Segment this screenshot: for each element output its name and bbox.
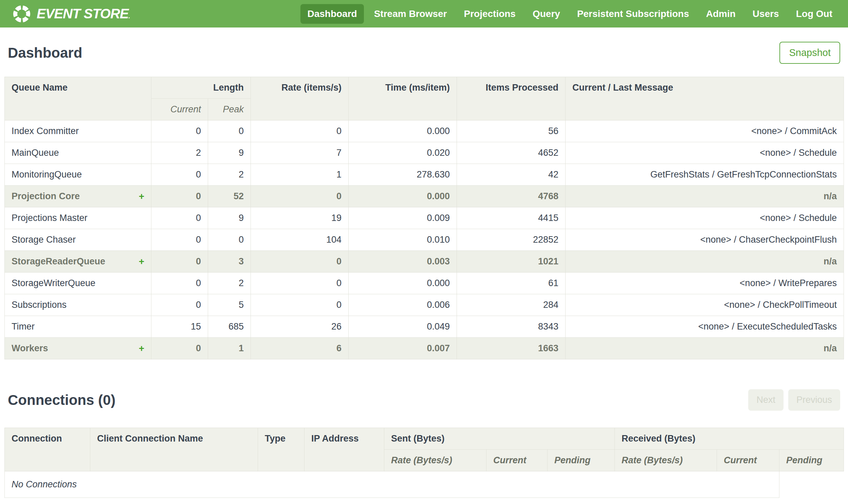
queue-name-cell: Timer [5,316,151,338]
queue-rate-cell: 7 [251,142,349,164]
queue-name-cell: Workers [12,343,48,354]
col-header-items-processed: Items Processed [457,77,565,121]
col-header-length-current: Current [151,99,208,121]
queue-rate-cell: 0 [251,186,349,208]
queue-time-cell: 0.020 [349,142,457,164]
col-header-ip-address: IP Address [305,428,384,471]
nav-item-projections[interactable]: Projections [457,4,522,24]
nav-item-persistent-subscriptions[interactable]: Persistent Subscriptions [570,4,696,24]
queue-row-timer: Timer 15 685 26 0.049 8343 <none> / Exec… [5,316,844,338]
queue-name-cell: Subscriptions [5,294,151,316]
queue-current-cell: 15 [151,316,208,338]
col-header-sent-current: Current [486,450,547,471]
col-header-message: Current / Last Message [565,77,844,121]
queue-rate-cell: 104 [251,229,349,251]
queue-items-cell: 8343 [457,316,565,338]
snapshot-button[interactable]: Snapshot [779,42,840,64]
col-header-type: Type [258,428,305,471]
nav-menu: Dashboard Stream Browser Projections Que… [301,4,839,24]
previous-button[interactable]: Previous [788,389,840,411]
queue-row-index-committer: Index Committer 0 0 0 0.000 56 <none> / … [5,121,844,142]
queue-group-row-workers[interactable]: Workers+ 0 1 6 0.007 1663 n/a [5,338,844,359]
queue-current-cell: 0 [151,121,208,142]
queue-current-cell: 0 [151,164,208,186]
queue-peak-cell: 0 [208,229,251,251]
queue-message-cell: n/a [565,338,844,359]
col-header-received-rate: Rate (Bytes/s) [615,450,717,471]
queue-name-cell: Storage Chaser [5,229,151,251]
queue-peak-cell: 1 [208,338,251,359]
connections-pager: Next Previous [748,389,840,411]
queue-message-cell: <none> / CheckPollTimeout [565,294,844,316]
queue-time-cell: 0.007 [349,338,457,359]
queue-rate-cell: 1 [251,164,349,186]
no-connections-row: No Connections [5,471,844,498]
nav-item-log-out[interactable]: Log Out [789,4,839,24]
queue-message-cell: n/a [565,251,844,272]
queue-message-cell: <none> / ExecuteScheduledTasks [565,316,844,338]
queue-items-cell: 1021 [457,251,565,272]
nav-item-users[interactable]: Users [746,4,786,24]
queue-name-cell: Projection Core [12,191,80,202]
queue-name-cell: Index Committer [5,121,151,142]
col-header-length: Length [151,77,251,99]
queue-time-cell: 0.010 [349,229,457,251]
queue-peak-cell: 9 [208,142,251,164]
queue-items-cell: 56 [457,121,565,142]
nav-item-query[interactable]: Query [526,4,567,24]
queue-time-cell: 0.000 [349,272,457,294]
queue-group-row-storagereaderqueue[interactable]: StorageReaderQueue+ 0 3 0 0.003 1021 n/a [5,251,844,272]
queue-rate-cell: 0 [251,294,349,316]
expand-icon[interactable]: + [139,343,144,354]
expand-icon[interactable]: + [139,256,144,267]
queue-rate-cell: 0 [251,121,349,142]
queue-current-cell: 0 [151,294,208,316]
col-header-time: Time (ms/item) [349,77,457,121]
queue-message-cell: n/a [565,186,844,208]
connections-title: Connections (0) [8,392,115,408]
queue-row-subscriptions: Subscriptions 0 5 0 0.006 284 <none> / C… [5,294,844,316]
queue-peak-cell: 9 [208,208,251,229]
queues-table: Queue Name Length Rate (items/s) Time (m… [4,77,844,359]
col-header-received-bytes: Received (Bytes) [615,428,844,450]
queue-row-storagewriterqueue: StorageWriterQueue 0 2 0 0.000 61 <none>… [5,272,844,294]
nav-item-admin[interactable]: Admin [699,4,742,24]
queue-items-cell: 284 [457,294,565,316]
nav-item-stream-browser[interactable]: Stream Browser [367,4,454,24]
queue-time-cell: 0.009 [349,208,457,229]
queue-name-cell: MonitoringQueue [5,164,151,186]
queue-group-row-projection-core[interactable]: Projection Core+ 0 52 0 0.000 4768 n/a [5,186,844,208]
queue-current-cell: 0 [151,251,208,272]
queue-row-projections-master: Projections Master 0 9 19 0.009 4415 <no… [5,208,844,229]
queue-name-cell: Projections Master [5,208,151,229]
brand-name: EVENT STORE. [37,6,130,21]
queue-message-cell: <none> / Schedule [565,208,844,229]
queue-peak-cell: 0 [208,121,251,142]
event-store-logo-icon [12,4,31,23]
brand: EVENT STORE. [12,4,130,23]
col-header-connection: Connection [5,428,90,471]
top-nav: EVENT STORE. Dashboard Stream Browser Pr… [0,0,848,28]
queue-items-cell: 22852 [457,229,565,251]
queue-items-cell: 4415 [457,208,565,229]
queue-time-cell: 0.003 [349,251,457,272]
col-header-received-current: Current [717,450,779,471]
expand-icon[interactable]: + [139,191,144,202]
queue-current-cell: 2 [151,142,208,164]
col-header-received-pending: Pending [779,450,844,471]
page-title: Dashboard [8,45,82,61]
queue-items-cell: 4768 [457,186,565,208]
col-header-rate: Rate (items/s) [251,77,349,121]
next-button[interactable]: Next [748,389,783,411]
ghost-cell [779,471,844,498]
nav-item-dashboard[interactable]: Dashboard [301,4,364,24]
queue-peak-cell: 685 [208,316,251,338]
queue-current-cell: 0 [151,338,208,359]
queue-time-cell: 0.006 [349,294,457,316]
col-header-sent-bytes: Sent (Bytes) [384,428,615,450]
main-content: Dashboard Snapshot Queue Name Length Rat… [0,42,848,498]
queue-peak-cell: 3 [208,251,251,272]
queue-message-cell: <none> / Schedule [565,142,844,164]
col-header-sent-rate: Rate (Bytes/s) [384,450,486,471]
queue-current-cell: 0 [151,208,208,229]
